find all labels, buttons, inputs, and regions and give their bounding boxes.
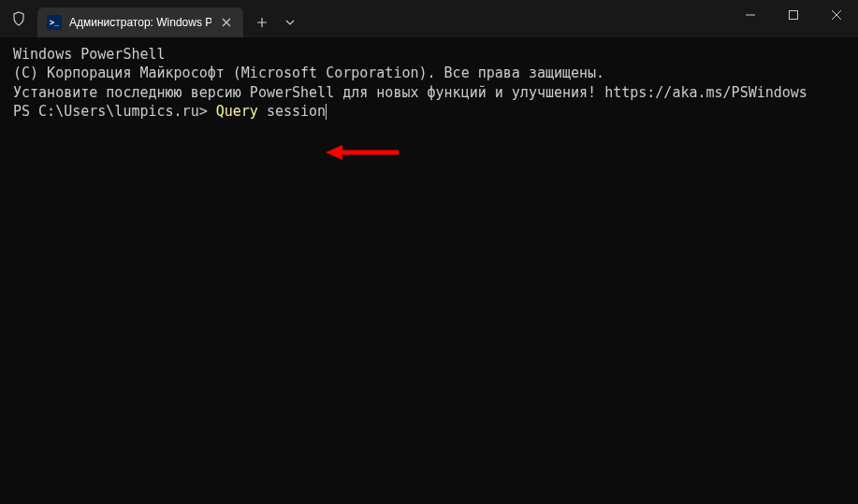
prompt-line: PS C:\Users\lumpics.ru> Query session bbox=[13, 102, 845, 121]
prompt-command: Query bbox=[216, 103, 258, 120]
terminal-window: >_ Администратор: Windows Po Windows Pow… bbox=[0, 0, 858, 504]
svg-rect-0 bbox=[790, 11, 798, 20]
tab-dropdown-button[interactable] bbox=[277, 7, 303, 37]
active-tab[interactable]: >_ Администратор: Windows Po bbox=[37, 7, 243, 37]
titlebar: >_ Администратор: Windows Po bbox=[0, 0, 858, 37]
annotation-arrow-icon bbox=[326, 143, 399, 162]
window-controls bbox=[729, 0, 858, 37]
terminal-output[interactable]: Windows PowerShell(C) Корпорация Майкрос… bbox=[0, 37, 858, 504]
window-close-button[interactable] bbox=[815, 0, 858, 30]
text-cursor bbox=[326, 104, 327, 120]
svg-marker-2 bbox=[326, 145, 342, 160]
tab-close-button[interactable] bbox=[219, 15, 234, 30]
output-line: Установите последнюю версию PowerShell д… bbox=[13, 83, 845, 102]
minimize-button[interactable] bbox=[729, 0, 772, 30]
new-tab-button[interactable] bbox=[247, 7, 277, 37]
tab-title: Администратор: Windows Po bbox=[69, 16, 211, 29]
maximize-button[interactable] bbox=[772, 0, 815, 30]
prompt-argument: session bbox=[258, 103, 326, 120]
output-line: (C) Корпорация Майкрософт (Microsoft Cor… bbox=[13, 64, 845, 82]
output-line: Windows PowerShell bbox=[13, 45, 845, 64]
powershell-icon: >_ bbox=[47, 15, 62, 30]
prompt-prefix: PS C:\Users\lumpics.ru> bbox=[13, 103, 216, 120]
app-shield-icon bbox=[0, 0, 37, 37]
